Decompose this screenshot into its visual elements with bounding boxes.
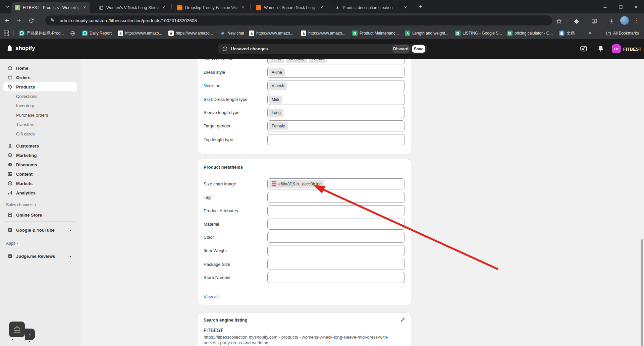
amazon-icon: a bbox=[118, 31, 123, 36]
sidebar-item-orders[interactable]: Orders bbox=[3, 73, 77, 82]
bookmark-item[interactable]: Product Maintenanc... bbox=[352, 30, 399, 36]
tag-chip[interactable]: V-neck bbox=[269, 82, 287, 90]
forward-button[interactable] bbox=[15, 16, 23, 24]
sidebar-item-google-youtube[interactable]: G Google & YouTube • bbox=[3, 225, 77, 235]
sidebar-item-home[interactable]: Home bbox=[3, 63, 77, 73]
bookmark-item[interactable]: LISTING - Google S... bbox=[455, 30, 502, 36]
status-dot: • bbox=[69, 254, 71, 259]
tab-close-icon[interactable]: × bbox=[240, 5, 246, 10]
browser-tab-dropship[interactable]: a Dropship Trendy Fashion Wome × bbox=[174, 2, 248, 13]
sidebar-item-judgeme-reviews[interactable]: Judge.me Reviews • bbox=[3, 251, 77, 261]
save-button[interactable]: Save bbox=[412, 45, 425, 53]
bookmark-item[interactable] bbox=[70, 30, 75, 36]
color-input[interactable] bbox=[267, 232, 405, 243]
sidebar-item-products[interactable]: Products bbox=[3, 82, 77, 92]
widget-collapse-button[interactable]: ‹ bbox=[25, 329, 35, 340]
reload-button[interactable] bbox=[27, 16, 35, 24]
browser-menu-kebab-icon[interactable]: ⋮ bbox=[632, 16, 640, 24]
sidebar-item-collections[interactable]: Collections bbox=[3, 92, 77, 101]
product-attributes-input[interactable] bbox=[267, 205, 405, 216]
store-name[interactable]: FITBEST bbox=[623, 47, 641, 52]
browser-tab-chatgpt[interactable]: ✳ Product description creation × bbox=[331, 2, 411, 13]
store-avatar[interactable]: FIT bbox=[612, 44, 621, 53]
tab-close-icon[interactable]: × bbox=[403, 5, 408, 10]
page-scrollbar-thumb[interactable] bbox=[641, 239, 643, 346]
item-weight-input[interactable] bbox=[267, 245, 405, 256]
sidebar-item-marketing[interactable]: Marketing bbox=[3, 151, 77, 160]
file-chip[interactable]: e68a8f19-b...eecc3b.jpg bbox=[269, 180, 324, 188]
shopify-wordmark: shopify bbox=[15, 45, 35, 52]
extensions-puzzle-icon[interactable] bbox=[572, 17, 580, 25]
bookmark-item[interactable]: A Length and weight... bbox=[405, 30, 448, 36]
neckline-input[interactable]: V-neck bbox=[267, 80, 405, 91]
tab-close-icon[interactable]: × bbox=[161, 5, 166, 10]
site-settings-icon[interactable] bbox=[50, 17, 55, 24]
tab-search-icon[interactable] bbox=[5, 4, 12, 9]
sales-channels-header[interactable]: Sales channels › bbox=[6, 203, 36, 207]
view-all-link[interactable]: View all bbox=[204, 294, 219, 299]
sidebar-item-analytics[interactable]: Analytics bbox=[3, 188, 77, 197]
discard-button[interactable]: Discard bbox=[392, 45, 410, 53]
bookmark-star-icon[interactable] bbox=[555, 17, 563, 25]
sidebar-item-online-store[interactable]: Online Store bbox=[3, 210, 77, 220]
browser-tab-shopify[interactable]: S FITBEST · Products · Women's V × bbox=[11, 2, 90, 13]
apps-header[interactable]: Apps › bbox=[6, 241, 18, 246]
size-chart-image-input[interactable]: e68a8f19-b...eecc3b.jpg bbox=[267, 178, 405, 189]
sidebar-item-transfers[interactable]: Transfers bbox=[3, 120, 77, 129]
dress-style-input[interactable]: A-line bbox=[267, 67, 405, 78]
top-length-input[interactable] bbox=[267, 134, 405, 145]
bookmarks-divider bbox=[600, 30, 600, 36]
tab-close-icon[interactable]: × bbox=[82, 5, 87, 10]
bookmark-item[interactable]: a https://www.amazo... bbox=[168, 30, 213, 36]
tag-metafield-input[interactable] bbox=[267, 192, 405, 203]
new-tab-button[interactable]: + bbox=[417, 3, 424, 10]
screen-share-icon[interactable] bbox=[590, 17, 598, 25]
tag-chip[interactable]: Female bbox=[269, 122, 288, 130]
tab-close-icon[interactable]: × bbox=[319, 5, 324, 10]
bookmarks-overflow-chevron[interactable]: » bbox=[589, 30, 591, 35]
sidebar-item-discounts[interactable]: Discounts bbox=[3, 160, 77, 169]
window-maximize-button[interactable] bbox=[613, 0, 628, 13]
tag-chip[interactable]: A-line bbox=[269, 68, 285, 76]
material-input[interactable] bbox=[267, 219, 405, 230]
tag-chip[interactable]: Midi bbox=[269, 96, 282, 104]
bookmark-item[interactable]: ✳ New chat bbox=[220, 30, 244, 36]
target-gender-input[interactable]: Female bbox=[267, 120, 405, 131]
window-minimize-button[interactable]: – bbox=[597, 0, 613, 13]
browser-tab-product-page[interactable]: Women's V-Neck Long Sleeve M × bbox=[95, 2, 169, 13]
green-a-icon: A bbox=[405, 31, 410, 36]
browser-tab-square-neck[interactable]: a Women's Square Neck Long Sle × bbox=[253, 2, 327, 13]
package-size-input[interactable] bbox=[267, 259, 405, 270]
doc-app-icon bbox=[82, 31, 88, 36]
notifications-bell-icon[interactable] bbox=[597, 45, 605, 53]
address-bar[interactable]: admin.shopify.com/store/fitbesscollectio… bbox=[45, 15, 552, 25]
bookmark-item[interactable]: a https://www.amazo... bbox=[118, 30, 162, 36]
sleeve-length-input[interactable]: Long bbox=[267, 107, 405, 118]
analytics-icon bbox=[7, 190, 13, 195]
apps-grid-icon[interactable] bbox=[4, 31, 9, 36]
window-close-button[interactable]: × bbox=[628, 0, 644, 13]
bookmark-item[interactable]: 产品采购信息-Prod... bbox=[19, 30, 64, 36]
sidebar-item-purchase-orders[interactable]: Purchase orders bbox=[3, 110, 77, 120]
profile-avatar[interactable] bbox=[620, 16, 629, 25]
store-number-input[interactable] bbox=[267, 272, 405, 283]
sidebar-item-content[interactable]: Content bbox=[3, 169, 77, 179]
edit-pencil-icon[interactable] bbox=[400, 317, 406, 324]
sidebar-item-customers[interactable]: Customers bbox=[3, 141, 77, 151]
all-bookmarks-button[interactable]: All Bookmarks bbox=[606, 30, 639, 36]
bookmark-item[interactable]: 文档 bbox=[559, 30, 575, 36]
back-button[interactable] bbox=[3, 16, 11, 24]
sidebar-item-inventory[interactable]: Inventory bbox=[3, 101, 77, 110]
sidebar-item-markets[interactable]: $ Markets bbox=[3, 179, 77, 188]
bookmark-item[interactable]: pricing calulator - G... bbox=[507, 30, 553, 36]
floating-widget-button[interactable] bbox=[9, 322, 25, 337]
bookmark-item[interactable]: a https://www.amazo... bbox=[301, 30, 345, 36]
bookmark-item[interactable]: Daily Report bbox=[82, 30, 112, 36]
inbox-icon[interactable] bbox=[580, 45, 588, 53]
tag-chip[interactable]: Long bbox=[269, 109, 283, 117]
category-metafields-card: Dress occasion Party Wedding Formal Dres… bbox=[198, 47, 411, 154]
skirt-length-input[interactable]: Midi bbox=[267, 94, 405, 105]
sidebar-item-gift-cards[interactable]: Gift cards bbox=[3, 129, 77, 138]
download-icon[interactable] bbox=[607, 17, 615, 25]
bookmark-item[interactable]: a https://www.amazo... bbox=[249, 30, 293, 36]
